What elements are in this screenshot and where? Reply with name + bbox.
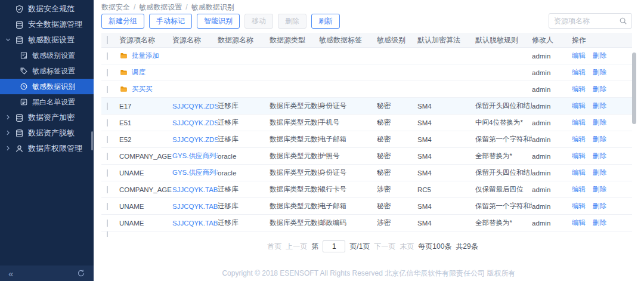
table-row[interactable]: UNAMESJJCQYK.TABLE3迁移库数据库类型元数据邮政编码涉密SM4全… bbox=[101, 215, 632, 231]
row-checkbox[interactable] bbox=[107, 136, 108, 143]
sidebar-subitem-黑白名单设置[interactable]: 黑白名单设置 bbox=[0, 94, 94, 110]
delete-link[interactable]: 删除 bbox=[593, 51, 606, 60]
row-checkbox[interactable] bbox=[107, 119, 108, 126]
sidebar-subitem-敏感数据识别[interactable]: 敏感数据识别 bbox=[0, 79, 94, 94]
edit-link[interactable]: 编辑 bbox=[572, 218, 586, 227]
delete-link[interactable]: 删除 bbox=[593, 135, 606, 144]
folder-link[interactable]: 批量添加 bbox=[132, 51, 159, 60]
resource-link[interactable]: SJJCQYK.TABLE3 bbox=[172, 220, 218, 227]
breadcrumb-item[interactable]: 敏感数据识别 bbox=[191, 2, 234, 13]
table-row[interactable]: 调度admin编辑删除 bbox=[101, 64, 632, 81]
pagination-first[interactable]: 首页 bbox=[267, 242, 281, 252]
search-icon[interactable] bbox=[619, 17, 627, 25]
copyright-text: Copyright © 2018 ESENSOFT All Rights Res… bbox=[222, 268, 515, 279]
table-row[interactable]: 批量添加admin编辑删除 bbox=[101, 48, 632, 64]
pagination: 首页 上一页 第 页/1页 下一页 末页 每页100条 共29条 bbox=[101, 239, 644, 254]
resource-link[interactable]: SJJCQYK.TABLE2 bbox=[172, 203, 218, 210]
delete-link[interactable]: 删除 bbox=[593, 185, 606, 194]
edit-link[interactable]: 编辑 bbox=[572, 68, 586, 77]
resource-link[interactable]: SJJCQYK.TABLE2 bbox=[172, 186, 218, 193]
refresh-icon[interactable] bbox=[77, 269, 85, 277]
edit-link[interactable]: 编辑 bbox=[572, 101, 586, 110]
delete-link[interactable]: 删除 bbox=[593, 168, 606, 177]
edit-link[interactable]: 编辑 bbox=[572, 51, 586, 60]
datasource-name-cell: 迁移库 bbox=[218, 118, 270, 127]
table-row[interactable]: E52SJJCQYK.ZDSY...迁移库数据库类型元数据电子邮箱秘密SM4保留… bbox=[101, 131, 632, 148]
datasource-type-cell: 数据库类型元数据 bbox=[270, 168, 319, 177]
table-row[interactable]: UNAMESJJCQYK.TABLE2迁移库数据库类型元数据电子邮箱秘密SM4保… bbox=[101, 198, 632, 215]
sidebar-collapse-button[interactable]: « bbox=[8, 269, 13, 278]
checkbox-cell bbox=[101, 220, 119, 227]
智能识别-button[interactable]: 智能识别 bbox=[197, 14, 240, 29]
mask-rule-cell: 保留开头四位和结尾... bbox=[475, 101, 532, 110]
edit-link[interactable]: 编辑 bbox=[572, 185, 586, 194]
刷新-button[interactable]: 刷新 bbox=[311, 14, 340, 29]
pagination-next[interactable]: 下一页 bbox=[374, 242, 395, 252]
breadcrumb-item[interactable]: 敏感数据设置 bbox=[139, 2, 182, 13]
table-row[interactable]: 买买买admin编辑删除 bbox=[101, 81, 632, 98]
edit-link[interactable]: 编辑 bbox=[572, 118, 586, 127]
pagination-per-page: 每页100条 bbox=[418, 242, 451, 252]
sidebar-item-数据资产加密[interactable]: 数据资产加密 bbox=[0, 110, 94, 125]
mask-rule-cell: 全部替换为* bbox=[475, 218, 532, 227]
row-checkbox[interactable] bbox=[107, 69, 108, 76]
pagination-prev[interactable]: 上一页 bbox=[286, 242, 307, 252]
edit-link[interactable]: 编辑 bbox=[572, 135, 586, 144]
resource-item-name-cell: COMPANY_AGE bbox=[119, 153, 172, 160]
row-checkbox[interactable] bbox=[107, 103, 108, 110]
row-checkbox[interactable] bbox=[107, 186, 108, 193]
sidebar-item-数据库权限管理[interactable]: 数据库权限管理 bbox=[0, 141, 94, 156]
operations-cell: 编辑删除 bbox=[572, 118, 621, 127]
breadcrumb-item[interactable]: 数据安全 bbox=[101, 2, 130, 13]
sidebar-item-安全数据源管理[interactable]: 安全数据源管理 bbox=[0, 17, 94, 32]
table-row[interactable]: COMPANY_AGESJJCQYK.TABLE2迁移库数据库类型元数据银行卡号… bbox=[101, 181, 632, 198]
delete-link[interactable]: 删除 bbox=[593, 202, 606, 211]
sidebar-item-数据安全规范[interactable]: 数据安全规范 bbox=[0, 1, 94, 17]
folder-link[interactable]: 买买买 bbox=[132, 85, 153, 94]
row-checkbox[interactable] bbox=[107, 169, 108, 177]
delete-link[interactable]: 删除 bbox=[593, 101, 606, 110]
edit-link[interactable]: 编辑 bbox=[572, 85, 586, 94]
sidebar-subitem-敏感标签设置[interactable]: 敏感标签设置 bbox=[0, 63, 94, 79]
resource-link[interactable]: SJJCQYK.ZDSY... bbox=[172, 119, 218, 126]
sidebar-subitem-敏感级别设置[interactable]: 敏感级别设置 bbox=[0, 48, 94, 63]
resource-link[interactable]: SJJCQYK.ZDSY... bbox=[172, 103, 218, 110]
table-row[interactable]: COMPANY_AGEGYS.供应商列表oracle数据库类型元数据护照号秘密S… bbox=[101, 148, 632, 165]
select-all-checkbox[interactable] bbox=[107, 36, 108, 44]
sidebar-item-敏感数据设置[interactable]: 敏感数据设置 bbox=[0, 32, 94, 48]
resource-item-name-cell: UNAME bbox=[119, 169, 172, 177]
table-row[interactable]: E51SJJCQYK.ZDSY...迁移库数据库类型元数据手机号秘密SM4中间4… bbox=[101, 115, 632, 131]
edit-link[interactable]: 编辑 bbox=[572, 202, 586, 211]
delete-link[interactable]: 删除 bbox=[593, 152, 606, 160]
row-checkbox[interactable] bbox=[107, 153, 108, 160]
sidebar-scrollbar-thumb[interactable] bbox=[91, 131, 93, 150]
pagination-last[interactable]: 末页 bbox=[400, 242, 414, 252]
sidebar-item-label: 数据资产加密 bbox=[28, 112, 75, 123]
row-checkbox[interactable] bbox=[107, 53, 108, 60]
row-checkbox[interactable] bbox=[107, 220, 108, 227]
resource-link[interactable]: SJJCQYK.ZDSY... bbox=[172, 136, 218, 143]
table-scrollbar-thumb[interactable] bbox=[632, 53, 636, 124]
row-checkbox[interactable] bbox=[107, 203, 108, 210]
resource-link[interactable]: GYS.供应商列表 bbox=[172, 169, 218, 176]
table-row[interactable]: E17SJJCQYK.ZDSY...迁移库数据库类型元数据身份证号秘密SM4保留… bbox=[101, 98, 632, 115]
delete-link[interactable]: 删除 bbox=[593, 68, 606, 77]
delete-link[interactable]: 删除 bbox=[593, 118, 606, 127]
edit-link[interactable]: 编辑 bbox=[572, 152, 586, 160]
edit-link[interactable]: 编辑 bbox=[572, 168, 586, 177]
row-checkbox[interactable] bbox=[107, 231, 108, 237]
新建分组-button[interactable]: 新建分组 bbox=[101, 14, 144, 29]
checkbox-cell bbox=[101, 153, 119, 160]
row-checkbox[interactable] bbox=[107, 86, 108, 93]
手动标记-button[interactable]: 手动标记 bbox=[149, 14, 192, 29]
search-input[interactable] bbox=[549, 17, 619, 25]
chevron-right-icon bbox=[4, 113, 12, 121]
delete-link[interactable]: 删除 bbox=[593, 218, 606, 227]
folder-link[interactable]: 调度 bbox=[132, 68, 145, 77]
table-row[interactable]: UNAMEGYS.供应商列表oracle数据库类型元数据身份证号秘密SM4保留开… bbox=[101, 165, 632, 181]
sidebar-item-数据资产脱敏[interactable]: 数据资产脱敏 bbox=[0, 125, 94, 141]
pagination-page-input[interactable] bbox=[323, 240, 345, 252]
checkbox-cell bbox=[101, 169, 119, 177]
resource-link[interactable]: GYS.供应商列表 bbox=[172, 152, 218, 159]
delete-link[interactable]: 删除 bbox=[593, 85, 606, 94]
